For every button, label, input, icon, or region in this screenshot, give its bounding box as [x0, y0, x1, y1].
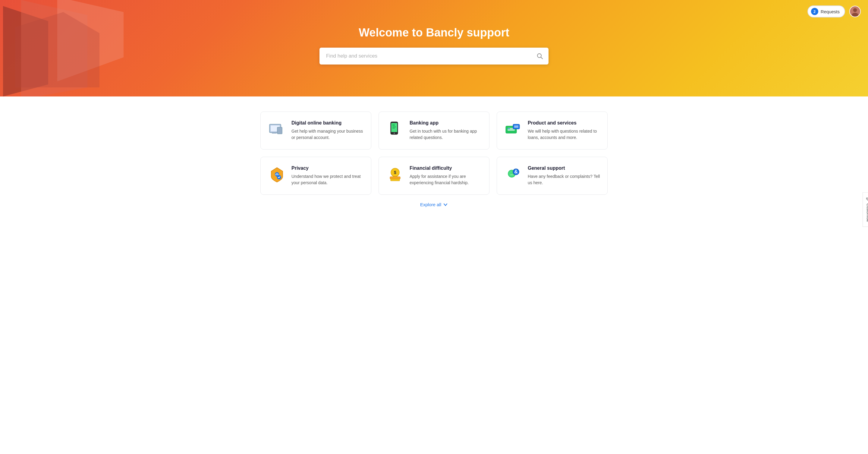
top-nav: 2 Requests: [807, 5, 861, 18]
hero-graphic: [0, 0, 124, 96]
svg-marker-0: [3, 6, 48, 96]
svg-text:$: $: [394, 170, 396, 175]
card-financial-difficulty[interactable]: $Financial difficultyApply for assistanc…: [378, 157, 490, 195]
requests-label: Requests: [821, 9, 840, 14]
search-input[interactable]: [319, 48, 549, 64]
card-title-financial-difficulty: Financial difficulty: [410, 165, 482, 171]
svg-rect-30: [391, 179, 400, 181]
svg-marker-3: [15, 12, 99, 87]
card-text-financial-difficulty: Financial difficultyApply for assistance…: [410, 165, 482, 186]
card-icon-digital-banking: [268, 120, 286, 139]
card-banking-app[interactable]: Banking appGet in touch with us for bank…: [378, 112, 490, 150]
card-desc-privacy: Understand how we protect and treat your…: [291, 173, 364, 186]
card-text-products-services: Product and servicesWe will help with qu…: [528, 120, 600, 141]
svg-line-8: [541, 57, 543, 59]
svg-point-5: [853, 8, 857, 12]
card-icon-financial-difficulty: $: [386, 165, 404, 184]
requests-button[interactable]: 2 Requests: [807, 5, 845, 18]
search-icon: [536, 53, 543, 59]
card-desc-products-services: We will help with questions related to l…: [528, 128, 600, 141]
cards-grid: Digital online bankingGet help with mana…: [260, 112, 608, 195]
svg-point-15: [394, 133, 395, 134]
card-title-general-support: General support: [528, 165, 600, 171]
card-text-general-support: General supportHave any feedback or comp…: [528, 165, 600, 186]
card-text-digital-banking: Digital online bankingGet help with mana…: [291, 120, 364, 141]
card-icon-general-support: ...&: [504, 165, 522, 184]
card-icon-privacy: [268, 165, 286, 184]
explore-all-label: Explore all: [420, 202, 441, 207]
card-desc-financial-difficulty: Apply for assistance if you are experien…: [410, 173, 482, 186]
search-bar: [319, 48, 549, 64]
svg-marker-2: [57, 0, 124, 81]
card-title-digital-banking: Digital online banking: [291, 120, 364, 126]
requests-badge: 2: [811, 8, 818, 15]
svg-rect-18: [393, 128, 395, 128]
card-title-banking-app: Banking app: [410, 120, 482, 126]
svg-rect-23: [514, 125, 518, 128]
svg-text:&: &: [514, 169, 518, 174]
svg-rect-16: [393, 124, 395, 126]
card-title-privacy: Privacy: [291, 165, 364, 171]
explore-all-button[interactable]: Explore all: [420, 202, 448, 207]
hero-title: Welcome to Bancly support: [359, 26, 509, 39]
card-general-support[interactable]: ...&General supportHave any feedback or …: [497, 157, 608, 195]
search-button[interactable]: [536, 53, 543, 59]
svg-marker-1: [21, 0, 87, 96]
svg-rect-12: [272, 133, 277, 133]
card-text-banking-app: Banking appGet in touch with us for bank…: [410, 120, 482, 141]
card-icon-banking-app: [386, 120, 404, 139]
card-text-privacy: PrivacyUnderstand how we protect and tre…: [291, 165, 364, 186]
svg-point-6: [852, 13, 858, 17]
card-privacy[interactable]: PrivacyUnderstand how we protect and tre…: [260, 157, 371, 195]
explore-all-section: Explore all: [260, 202, 608, 207]
card-digital-banking[interactable]: Digital online bankingGet help with mana…: [260, 112, 371, 150]
avatar[interactable]: [849, 6, 861, 17]
card-desc-general-support: Have any feedback or complaints? Tell us…: [528, 173, 600, 186]
page-wrapper: 2 Requests Customise Welcome to Bancly s…: [0, 0, 868, 454]
chevron-down-icon: [443, 202, 448, 207]
hero-section: 2 Requests Customise Welcome to Bancly s…: [0, 0, 868, 96]
card-desc-banking-app: Get in touch with us for banking app rel…: [410, 128, 482, 141]
card-products-services[interactable]: Product and servicesWe will help with qu…: [497, 112, 608, 150]
svg-rect-11: [277, 127, 282, 134]
svg-rect-17: [393, 127, 396, 127]
svg-rect-21: [507, 128, 510, 129]
svg-rect-29: [390, 177, 400, 179]
card-desc-digital-banking: Get help with managing your business or …: [291, 128, 364, 141]
card-icon-products-services: [504, 120, 522, 139]
card-title-products-services: Product and services: [528, 120, 600, 126]
main-content: Digital online bankingGet help with mana…: [253, 96, 615, 219]
